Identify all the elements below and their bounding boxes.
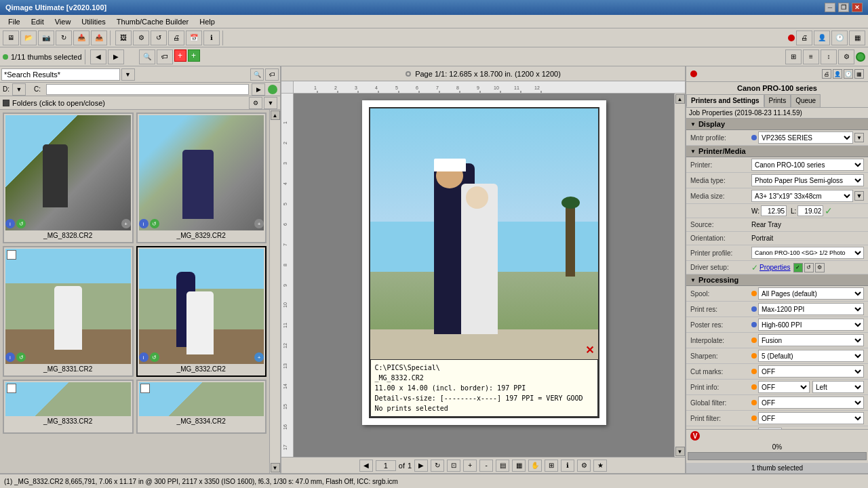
right-icon3[interactable]: 🕐 (844, 69, 853, 79)
driver-properties-btn[interactable]: Properties (760, 264, 791, 271)
restore-button[interactable]: ❐ (838, 3, 849, 12)
menu-edit[interactable]: Edit (26, 16, 50, 27)
thumbs-scrollbar[interactable]: ▲ ▼ (269, 110, 280, 473)
tb-clock[interactable]: 🕐 (831, 30, 848, 45)
tab-printers-settings[interactable]: Printers and Settings (686, 94, 764, 107)
nav-view1[interactable]: ▤ (496, 460, 509, 472)
print-info-select[interactable]: OFF (758, 381, 810, 393)
path-go-btn[interactable]: ▶ (252, 83, 265, 96)
driver-icon1[interactable]: ✓ (793, 263, 803, 272)
thumb-item[interactable]: _MG_8334.CR2 (136, 380, 267, 434)
search-dropdown[interactable]: ▼ (121, 68, 135, 81)
nav-crop[interactable]: ⊞ (545, 460, 558, 472)
page-x-mark[interactable]: ✕ (585, 344, 594, 357)
menu-view[interactable]: View (50, 16, 77, 27)
nav-zoom-in[interactable]: + (463, 460, 477, 472)
interpolate-select[interactable]: Fusion (758, 334, 864, 346)
tb-batch[interactable]: ⚙ (133, 30, 149, 45)
tb-icon1[interactable]: 🖨 (796, 30, 812, 45)
thumb-item[interactable]: i ↺ _MG_8331.CR2 (3, 246, 134, 377)
tb-import[interactable]: 📥 (73, 30, 90, 45)
tab-queue[interactable]: Queue (791, 94, 821, 107)
driver-icon3[interactable]: ⚙ (815, 263, 825, 272)
thumb-check[interactable] (7, 250, 16, 260)
printer-profile-select[interactable]: Canon PRO-100 <SG> 1/2 Photo (751, 247, 864, 259)
menu-thumb-cache[interactable]: Thumb/Cache Builder (111, 16, 194, 27)
global-filter-select[interactable]: OFF (758, 396, 864, 409)
titlebar-controls[interactable]: ─ ❐ ✕ (825, 3, 863, 12)
cut-marks-select[interactable]: OFF (758, 365, 864, 378)
canvas-scroll-up[interactable]: ▲ (675, 94, 685, 104)
nav-more[interactable]: ⚙ (577, 460, 591, 472)
nav-prev[interactable]: ◀ (359, 460, 373, 472)
print-info-align-select[interactable]: Left (812, 381, 864, 393)
canvas-scroll-down[interactable]: ▼ (675, 447, 685, 456)
menu-utilities[interactable]: Utilities (76, 16, 111, 27)
media-type-select[interactable]: Photo Paper Plus Semi-gloss (751, 174, 864, 186)
section-display-header[interactable]: Display (686, 119, 868, 130)
nav-pan[interactable]: ✋ (528, 460, 542, 472)
tb-prev-page[interactable]: ◀ (90, 49, 106, 64)
section-processing-header[interactable]: Processing (686, 274, 868, 286)
nav-fit[interactable]: ⊡ (447, 460, 460, 472)
path-tag-btn[interactable]: 🏷 (265, 68, 279, 81)
section-printer-media-header[interactable]: Printer/Media (686, 146, 868, 157)
tb-open[interactable]: 📂 (20, 30, 37, 45)
nav-refresh[interactable]: ↻ (431, 460, 444, 472)
thumb-check[interactable] (140, 384, 150, 393)
nav-info[interactable]: ℹ (561, 460, 574, 472)
folder-dropdown[interactable]: ▼ (264, 97, 277, 109)
canvas-vscrollbar[interactable]: ▲ ▼ (674, 94, 685, 457)
right-icon2[interactable]: 👤 (833, 69, 842, 79)
l-input[interactable] (797, 205, 823, 216)
thumb-check[interactable] (7, 384, 16, 393)
tb-view-grid[interactable]: ⊞ (785, 49, 802, 64)
thumb-item[interactable]: i ↺ + _MG_8329.CR2 (136, 113, 267, 243)
tb-thumb[interactable]: 🖼 (115, 30, 132, 45)
right-icon4[interactable]: ▦ (854, 69, 864, 79)
tb-icon2[interactable]: 👤 (814, 30, 830, 45)
path-input[interactable] (46, 84, 249, 95)
tb-new[interactable]: 🖥 (3, 30, 19, 45)
tb-export[interactable]: 📤 (91, 30, 107, 45)
tb-print[interactable]: 🖨 (168, 30, 184, 45)
tab-prints[interactable]: Prints (764, 94, 791, 107)
thumb-item[interactable]: i ↺ + _MG_8328.CR2 (3, 113, 134, 243)
tb-refresh[interactable]: ↻ (56, 30, 72, 45)
minimize-button[interactable]: ─ (825, 3, 835, 12)
media-size-select[interactable]: A3+ 13"x19" 33x48cm (751, 190, 853, 202)
spool-select[interactable]: All Pages (default) (758, 287, 864, 300)
tb-calendar[interactable]: 📅 (186, 30, 202, 45)
folder-settings[interactable]: ⚙ (249, 97, 262, 109)
tb-add-red[interactable]: + (174, 49, 186, 62)
tb-sort[interactable]: ↕ (821, 49, 837, 64)
tb-more[interactable]: ▦ (849, 30, 865, 45)
tb-search[interactable]: 🔍 (139, 49, 155, 64)
nav-next[interactable]: ▶ (414, 460, 428, 472)
page-number-input[interactable] (376, 460, 396, 471)
tb-tag[interactable]: 🏷 (157, 49, 173, 64)
media-size-btn[interactable]: ▼ (854, 191, 864, 201)
search-input[interactable] (1, 68, 120, 81)
nav-view2[interactable]: ▦ (512, 460, 526, 472)
print-filter-select[interactable]: OFF (758, 412, 864, 424)
sharpen-select[interactable]: 5 (Default) (758, 350, 864, 362)
path-search-btn[interactable]: 🔍 (250, 68, 264, 81)
print-res-select[interactable]: Max-1200 PPI (758, 303, 864, 315)
tb-rotate[interactable]: ↺ (151, 30, 167, 45)
tb-next-page[interactable]: ▶ (108, 49, 124, 64)
drive-d-dropdown[interactable]: ▼ (12, 83, 26, 96)
tb-filter[interactable]: ⚙ (838, 49, 854, 64)
w-input[interactable] (761, 205, 787, 216)
mntr-select[interactable]: VP2365 SERIES (758, 131, 853, 144)
tb-camera[interactable]: 📷 (38, 30, 54, 45)
printer-select[interactable]: Canon PRO-100 series (751, 159, 864, 171)
tb-info[interactable]: ℹ (203, 30, 220, 45)
menu-file[interactable]: File (3, 16, 26, 27)
driver-icon2[interactable]: ↺ (804, 263, 814, 272)
mntr-dropdown[interactable]: ▼ (854, 133, 864, 142)
nav-extra[interactable]: ★ (593, 460, 607, 472)
thumb-item[interactable]: _MG_8333.CR2 (3, 380, 134, 434)
thumb-item-selected[interactable]: ✓ i ↺ + (136, 246, 267, 377)
close-button[interactable]: ✕ (852, 3, 863, 12)
